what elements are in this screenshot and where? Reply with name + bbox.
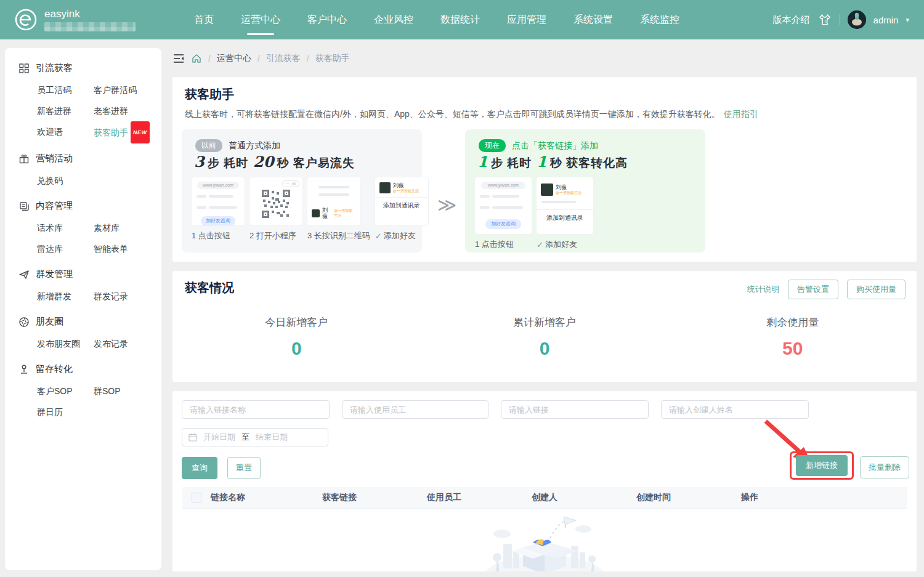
sidebar-group-content[interactable]: 内容管理 [5,195,161,217]
sidebar-group-lead-acquisition[interactable]: 引流获客 [5,57,161,79]
sidebar-item-script-library[interactable]: 话术库 [37,217,94,238]
nav-item-customer-center[interactable]: 客户中心 [307,0,347,39]
sidebar-group-retention[interactable]: 留存转化 [5,358,161,381]
nav-item-risk-control[interactable]: 企业风控 [374,0,413,39]
link-list-panel: 开始日期 至 结束日期 查询 重置 新增链接 批量删除 链接名称 获客链接 使用… [172,391,917,571]
sidebar-group-label: 群发管理 [36,268,73,280]
sidebar-group-marketing[interactable]: 营销活动 [5,147,161,170]
sidebar-item-redeem-code[interactable]: 兑换码 [37,170,94,191]
sidebar-group-label: 留存转化 [36,363,73,375]
chevron-down-icon[interactable]: ▾ [906,16,909,24]
link-name-input[interactable] [182,400,330,419]
date-range-picker[interactable]: 开始日期 至 结束日期 [182,428,328,446]
batch-delete-button[interactable]: 批量删除 [860,456,909,478]
check-icon: ✓ [537,240,543,249]
qr-code [262,190,290,218]
nav-item-statistics[interactable]: 数据统计 [440,0,480,39]
search-button[interactable]: 查询 [182,457,217,479]
divider [840,14,840,25]
buy-usage-button[interactable]: 购买使用量 [847,280,906,299]
nav-item-app-management[interactable]: 应用管理 [507,0,546,39]
pin-icon [18,364,30,375]
add-link-button[interactable]: 新增链接 [796,455,848,476]
top-navbar: easyink 首页 运营中心 客户中心 企业风控 数据统计 应用管理 系统设置… [0,0,924,39]
sidebar-item-publish-moments[interactable]: 发布朋友圈 [37,333,94,354]
home-icon[interactable] [191,53,202,64]
library-icon [18,201,30,212]
sidebar-group-label: 朋友圈 [36,316,63,328]
start-date-placeholder[interactable]: 开始日期 [203,432,235,443]
brand-logo[interactable]: easyink [14,7,136,32]
nav-item-operations[interactable]: 运营中心 [241,0,280,39]
creator-name-input[interactable] [661,400,809,419]
breadcrumb-operations[interactable]: 运营中心 [217,53,251,64]
col-acquisition-link: 获客链接 [322,492,427,503]
col-creator: 创建人 [532,492,636,503]
username-label[interactable]: admin [873,15,899,25]
nav-item-system-settings[interactable]: 系统设置 [573,0,613,39]
sidebar-item-group-sop[interactable]: 群SOP [94,381,121,401]
end-date-placeholder[interactable]: 结束日期 [256,432,288,443]
demo-miniprogram-card: ⋯ ◎ [249,177,302,225]
sidebar-item-staff-qr[interactable]: 员工活码 [37,79,94,100]
sidebar-item-material-library[interactable]: 素材库 [94,217,120,238]
usage-guide-link[interactable]: 使用指引 [724,109,758,119]
add-to-contacts-button: 添加到通讯录 [375,201,428,210]
stats-explain-link[interactable]: 统计说明 [747,284,779,295]
staff-input[interactable] [342,400,488,419]
breadcrumb-lead-acquisition[interactable]: 引流获客 [266,53,301,64]
after-badge: 现在 [479,139,506,152]
page-description: 线上获客时，可将获客链接配置在微信内/外，如网页、App、公众号、短信等，客户点… [185,109,758,120]
after-comparison-card: 现在 点击「获客链接」添加 1步 耗时 1秒 获客转化高 www.yiwan.c… [465,129,705,252]
sidebar-item-welcome-message[interactable]: 欢迎语 [37,121,94,143]
miniprogram-controls-icon: ⋯ ◎ [282,180,299,187]
user-avatar[interactable] [848,10,866,29]
acquisition-assistant-panel: 获客助手 线上获客时，可将获客链接配置在微信内/外，如网页、App、公众号、短信… [172,77,917,262]
sidebar-item-acquisition-assistant[interactable]: 获客助手 NEW [94,121,150,143]
check-icon: ✓ [375,232,382,241]
sidebar-item-new-mass-send[interactable]: 新增群发 [37,286,94,307]
breadcrumb-current: 获客助手 [315,53,350,64]
sidebar-item-group-calendar[interactable]: 群日历 [37,401,94,422]
demo-webpage-card: www.yiwan.com 加好友咨询 [192,177,245,225]
sidebar-group-moments[interactable]: 朋友圈 [5,310,161,333]
add-friend-consult-button: 加好友咨询 [201,216,235,225]
nav-item-home[interactable]: 首页 [194,0,214,39]
reset-button[interactable]: 重置 [227,457,261,479]
demo-contact-card: 刘薇 @一湾智能生活 添加到通讯录 [375,177,428,225]
red-highlight-box: 新增链接 [790,451,854,480]
tshirt-icon[interactable] [817,12,832,27]
alert-settings-button[interactable]: 告警设置 [788,280,838,299]
easyink-logo-icon [14,7,38,32]
sidebar-item-publish-records[interactable]: 发布记录 [94,333,128,354]
sidebar-group-mass-send[interactable]: 群发管理 [5,263,161,286]
sidebar-item-new-join-group[interactable]: 新客进群 [37,100,94,121]
page-title: 获客助手 [185,86,234,103]
section-title: 获客情况 [185,280,234,296]
sidebar-group-label: 引流获客 [36,62,73,74]
sidebar-item-mass-send-records[interactable]: 群发记录 [94,286,128,307]
gift-icon [18,153,30,164]
demo-webpage-card: www.yiwan.com 加好友咨询 [475,177,532,234]
sidebar-item-group-qr[interactable]: 客户群活码 [94,79,137,100]
collapse-menu-icon[interactable] [172,53,185,64]
sidebar-item-customer-sop[interactable]: 客户SOP [37,381,94,401]
sidebar-item-radar-library[interactable]: 雷达库 [37,238,94,259]
select-all-checkbox[interactable] [192,493,201,502]
main-nav: 首页 运营中心 客户中心 企业风控 数据统计 应用管理 系统设置 系统监控 [194,0,679,39]
demo-url: www.yiwan.com [197,182,238,189]
before-headline: 3步 耗时 20秒 客户易流失 [193,153,359,171]
nav-item-system-monitor[interactable]: 系统监控 [640,0,679,39]
brand-name: easyink [44,9,136,20]
sidebar-item-old-join-group[interactable]: 老客进群 [94,100,128,121]
demo-longpress-card: 刘薇 @一湾智能生活 [307,177,360,225]
link-input[interactable] [501,400,649,419]
grid-icon [18,63,30,74]
add-to-contacts-button: 添加到通讯录 [537,214,593,222]
col-create-time: 创建时间 [636,492,741,503]
sidebar-item-smart-form[interactable]: 智能表单 [94,238,128,259]
brand-subtitle-redacted [44,22,136,31]
stat-value: 50 [668,338,917,359]
demo-contact-card: 刘薇 @一湾智能生活 添加到通讯录 [537,177,593,234]
version-intro-link[interactable]: 版本介绍 [773,14,810,26]
